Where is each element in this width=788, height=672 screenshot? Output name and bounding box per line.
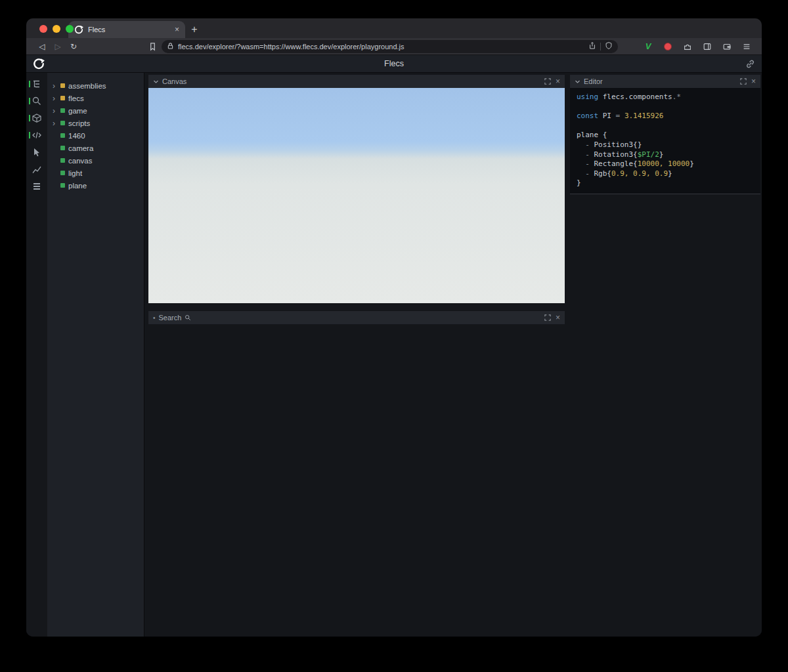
canvas-panel: Canvas × xyxy=(148,75,565,303)
tree-item-label: game xyxy=(68,107,87,115)
close-window-button[interactable] xyxy=(39,25,47,33)
code-line: const PI = 3.1415926 xyxy=(577,112,760,121)
expand-chevron-icon[interactable] xyxy=(53,82,57,90)
panel-title: Canvas xyxy=(162,77,186,85)
expand-chevron-icon[interactable] xyxy=(53,94,57,102)
close-icon[interactable]: × xyxy=(556,314,560,322)
record-extension-icon[interactable] xyxy=(661,43,675,51)
zoom-window-button[interactable] xyxy=(66,25,74,33)
expand-chevron-icon[interactable] xyxy=(53,107,57,115)
tree-item[interactable]: camera xyxy=(47,142,144,154)
code-line: - Rectangle{10000, 10000} xyxy=(577,159,760,169)
rows-icon[interactable] xyxy=(26,181,47,192)
share-link-icon[interactable] xyxy=(745,59,755,69)
tree-item[interactable]: assemblies xyxy=(47,79,144,92)
editor-panel: Editor × using flecs.components.* const … xyxy=(570,75,760,194)
tab-close-icon[interactable]: × xyxy=(175,26,179,33)
tree-item-label: flecs xyxy=(68,94,84,102)
tree-item[interactable]: flecs xyxy=(47,92,144,104)
page-title: Flecs xyxy=(26,59,762,68)
expand-chevron-icon[interactable] xyxy=(53,119,57,127)
stats-icon[interactable] xyxy=(26,164,47,175)
tree-item-label: scripts xyxy=(68,119,90,127)
url-bar[interactable]: flecs.dev/explorer/?wasm=https://www.fle… xyxy=(162,40,618,53)
entity-tree-icon[interactable] xyxy=(26,79,47,89)
panel-bullet-icon[interactable]: • xyxy=(153,314,156,322)
entity-tree: assemblies flecs game scripts xyxy=(47,73,144,637)
tree-item[interactable]: 1460 xyxy=(47,129,144,142)
new-tab-button[interactable]: + xyxy=(185,21,204,38)
search-magnifier-icon xyxy=(185,314,191,321)
menu-icon[interactable] xyxy=(739,42,754,51)
code-line xyxy=(577,121,760,131)
entity-color-square xyxy=(60,108,65,113)
brave-shield-icon[interactable] xyxy=(605,41,613,52)
tree-item[interactable]: scripts xyxy=(47,117,144,129)
tree-item-label: assemblies xyxy=(68,82,106,90)
editor-panel-header: Editor × xyxy=(570,75,760,88)
tree-item-label: 1460 xyxy=(68,132,85,140)
tree-item[interactable]: plane xyxy=(47,179,144,192)
tree-item-label: canvas xyxy=(68,157,92,165)
canvas-3d-view[interactable] xyxy=(148,88,565,303)
app-body: assemblies flecs game scripts xyxy=(26,73,762,637)
app-header: Flecs xyxy=(26,55,762,73)
fullscreen-icon[interactable] xyxy=(544,78,551,85)
forward-icon[interactable]: ▷ xyxy=(50,42,66,51)
icon-sidebar xyxy=(26,73,47,637)
inspector-icon[interactable] xyxy=(26,147,47,158)
close-icon[interactable]: × xyxy=(556,77,560,85)
extensions-puzzle-icon[interactable] xyxy=(680,42,695,51)
search-icon[interactable] xyxy=(26,96,47,106)
window-controls xyxy=(39,25,74,33)
reload-icon[interactable]: ↻ xyxy=(66,42,81,51)
tree-item-label: plane xyxy=(68,182,87,190)
fullscreen-icon[interactable] xyxy=(740,78,747,85)
close-icon[interactable]: × xyxy=(751,77,756,85)
urlbar-divider xyxy=(600,43,601,51)
browser-tab[interactable]: Flecs × xyxy=(68,21,185,38)
code-line: - Rotation3{$PI/2} xyxy=(577,150,760,160)
code-icon[interactable] xyxy=(26,130,47,140)
code-editor[interactable]: using flecs.components.* const PI = 3.14… xyxy=(570,88,760,194)
entity-color-square xyxy=(60,121,65,125)
tree-item[interactable]: light xyxy=(47,167,144,179)
flecs-logo-icon xyxy=(33,58,45,70)
entity-color-square xyxy=(60,96,65,100)
tree-item[interactable]: canvas xyxy=(47,154,144,167)
code-line: using flecs.components.* xyxy=(577,93,760,102)
extensions-area: V xyxy=(641,41,754,51)
code-line: - Position3{} xyxy=(577,140,760,150)
url-text: flecs.dev/explorer/?wasm=https://www.fle… xyxy=(178,43,584,51)
search-panel: • Search × xyxy=(148,311,565,324)
entity-color-square xyxy=(60,183,65,188)
share-icon[interactable] xyxy=(588,41,596,52)
entities-cube-icon[interactable] xyxy=(26,113,47,123)
tree-item-label: camera xyxy=(68,144,93,152)
sidebar-toggle-icon[interactable] xyxy=(700,42,714,51)
flecs-favicon-icon xyxy=(74,25,83,34)
code-line: - Rgb{0.9, 0.9, 0.9} xyxy=(577,169,760,179)
main-area: Canvas × • Search xyxy=(144,73,762,637)
padlock-icon[interactable] xyxy=(167,41,174,52)
fullscreen-icon[interactable] xyxy=(544,314,551,321)
tab-strip: Flecs × + xyxy=(26,18,762,38)
bookmark-icon[interactable] xyxy=(144,42,160,51)
v-extension-icon[interactable]: V xyxy=(641,41,655,51)
collapse-chevron-icon[interactable] xyxy=(153,79,159,85)
panel-title: Search xyxy=(159,314,182,322)
minimize-window-button[interactable] xyxy=(53,25,60,33)
entity-color-square xyxy=(60,158,65,163)
browser-toolbar: ◁ ▷ ↻ flecs.dev/explorer/?wasm=https://w… xyxy=(26,38,762,55)
search-panel-header: • Search × xyxy=(148,311,565,324)
tree-item[interactable]: game xyxy=(47,104,144,117)
browser-window: Flecs × + ◁ ▷ ↻ flecs.dev/explorer/?wasm… xyxy=(26,18,762,637)
entity-color-square xyxy=(60,146,65,150)
code-line xyxy=(577,102,760,112)
collapse-chevron-icon[interactable] xyxy=(575,79,580,85)
wallet-icon[interactable] xyxy=(720,42,734,51)
canvas-panel-header: Canvas × xyxy=(148,75,565,88)
back-icon[interactable]: ◁ xyxy=(34,42,50,51)
entity-color-square xyxy=(60,171,65,175)
tree-item-label: light xyxy=(68,169,82,177)
